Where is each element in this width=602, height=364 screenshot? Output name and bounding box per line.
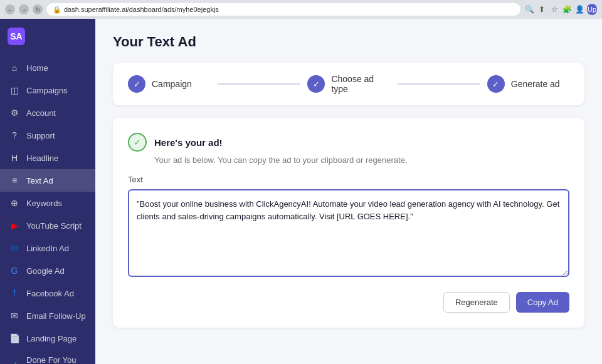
support-icon: ? bbox=[9, 130, 20, 141]
sidebar-item-google[interactable]: GGoogle Ad bbox=[0, 259, 95, 282]
google-icon: G bbox=[9, 265, 20, 276]
step-connector-2 bbox=[398, 83, 480, 85]
steps-bar: ✓ Campaign ✓ Choose ad type ✓ Generate a… bbox=[113, 63, 584, 105]
step-circle-generate: ✓ bbox=[487, 75, 505, 93]
search-icon[interactable]: 🔍 bbox=[524, 4, 534, 14]
app-container: SA ⌂Home◫Campaigns⚙Account?SupportHHeadl… bbox=[0, 19, 602, 364]
sidebar-label-landing: Landing Page bbox=[26, 334, 77, 343]
result-title: Here's your ad! bbox=[154, 137, 223, 148]
sidebar-item-home[interactable]: ⌂Home bbox=[0, 56, 95, 79]
sidebar-label-support: Support bbox=[26, 131, 55, 140]
sidebar-label-done: Done For You Niches bbox=[26, 355, 87, 364]
sidebar-item-support[interactable]: ?Support bbox=[0, 124, 95, 147]
sidebar-item-landing[interactable]: 📄Landing Page bbox=[0, 327, 95, 350]
step-label-campaign: Campaign bbox=[152, 79, 192, 89]
sidebar-item-linkedin[interactable]: inLinkedIn Ad bbox=[0, 237, 95, 259]
step-circle-campaign: ✓ bbox=[128, 75, 145, 93]
linkedin-icon: in bbox=[9, 242, 20, 254]
home-icon: ⌂ bbox=[9, 62, 20, 73]
youtube-icon: ▶ bbox=[9, 220, 20, 231]
browser-chrome: ← → ↻ 🔒 dash.superaffiliate.ai/dashboard… bbox=[0, 0, 602, 19]
step-circle-choose: ✓ bbox=[307, 75, 325, 93]
step-connector-1 bbox=[218, 83, 300, 85]
forward-button[interactable]: → bbox=[19, 4, 29, 14]
copy-ad-button[interactable]: Copy Ad bbox=[516, 292, 569, 313]
step-generate: ✓ Generate ad bbox=[487, 75, 569, 93]
sidebar-logo: SA bbox=[0, 19, 95, 54]
sidebar-item-headline[interactable]: HHeadline bbox=[0, 147, 95, 169]
url-bar[interactable]: 🔒 dash.superaffiliate.ai/dashboard/ads/m… bbox=[46, 3, 520, 16]
sidebar-item-email[interactable]: ✉Email Follow-Up bbox=[0, 304, 95, 327]
sidebar-label-campaigns: Campaigns bbox=[26, 86, 68, 95]
upgrade-button[interactable]: Up bbox=[587, 4, 597, 15]
step-label-choose: Choose ad type bbox=[331, 74, 389, 94]
logo-icon: SA bbox=[8, 28, 25, 45]
sidebar-label-youtube: YouTube Script bbox=[26, 221, 82, 231]
sidebar-item-keywords[interactable]: ⊕Keywords bbox=[0, 192, 95, 214]
sidebar-label-home: Home bbox=[26, 63, 48, 73]
facebook-icon: f bbox=[9, 288, 20, 299]
textad-icon: ≡ bbox=[9, 175, 20, 186]
field-label: Text bbox=[128, 175, 569, 184]
back-button[interactable]: ← bbox=[5, 4, 15, 14]
result-subtitle: Your ad is below. You can copy the ad to… bbox=[154, 155, 569, 165]
result-card: ✓ Here's your ad! Your ad is below. You … bbox=[113, 118, 584, 328]
result-actions: Regenerate Copy Ad bbox=[128, 292, 569, 313]
main-content: Your Text Ad ✓ Campaign ✓ Choose ad type… bbox=[95, 19, 602, 364]
account-icon[interactable]: 👤 bbox=[574, 4, 584, 14]
landing-icon: 📄 bbox=[9, 333, 20, 344]
account-icon: ⚙ bbox=[9, 107, 20, 118]
sidebar-label-headline: Headline bbox=[26, 153, 58, 163]
sidebar-item-done[interactable]: ✓Done For You Niches bbox=[0, 350, 95, 364]
browser-actions: 🔍 ⬆ ☆ 🧩 👤 Up bbox=[524, 4, 597, 15]
headline-icon: H bbox=[9, 152, 20, 164]
sidebar-label-email: Email Follow-Up bbox=[26, 311, 86, 321]
regenerate-button[interactable]: Regenerate bbox=[443, 292, 510, 313]
sidebar-label-textad: Text Ad bbox=[26, 176, 53, 185]
sidebar-label-linkedin: LinkedIn Ad bbox=[26, 244, 69, 253]
lock-icon: 🔒 bbox=[53, 6, 61, 14]
sidebar: SA ⌂Home◫Campaigns⚙Account?SupportHHeadl… bbox=[0, 19, 95, 364]
success-icon: ✓ bbox=[128, 133, 147, 152]
sidebar-item-facebook[interactable]: fFacebook Ad bbox=[0, 282, 95, 304]
url-text: dash.superaffiliate.ai/dashboard/ads/myh… bbox=[64, 6, 219, 13]
sidebar-label-google: Google Ad bbox=[26, 266, 65, 276]
text-field-container: Text bbox=[128, 175, 569, 279]
refresh-button[interactable]: ↻ bbox=[33, 4, 43, 14]
sidebar-label-account: Account bbox=[26, 108, 56, 118]
step-campaign: ✓ Campaign bbox=[128, 75, 210, 93]
campaigns-icon: ◫ bbox=[9, 85, 20, 96]
step-choose: ✓ Choose ad type bbox=[307, 74, 389, 94]
sidebar-nav: ⌂Home◫Campaigns⚙Account?SupportHHeadline… bbox=[0, 54, 95, 364]
sidebar-label-keywords: Keywords bbox=[26, 199, 62, 208]
page-title: Your Text Ad bbox=[113, 34, 584, 50]
ad-text-input[interactable] bbox=[128, 189, 569, 277]
sidebar-label-facebook: Facebook Ad bbox=[26, 289, 74, 298]
sidebar-item-youtube[interactable]: ▶YouTube Script bbox=[0, 214, 95, 237]
star-icon[interactable]: ☆ bbox=[549, 4, 559, 14]
extension-icon[interactable]: 🧩 bbox=[562, 4, 572, 14]
done-icon: ✓ bbox=[9, 359, 20, 364]
step-label-generate: Generate ad bbox=[511, 79, 560, 89]
email-icon: ✉ bbox=[9, 310, 20, 321]
result-header: ✓ Here's your ad! bbox=[128, 133, 569, 152]
upload-icon[interactable]: ⬆ bbox=[537, 4, 547, 14]
sidebar-item-campaigns[interactable]: ◫Campaigns bbox=[0, 79, 95, 101]
keywords-icon: ⊕ bbox=[9, 197, 20, 209]
sidebar-item-textad[interactable]: ≡Text Ad bbox=[0, 169, 95, 192]
sidebar-item-account[interactable]: ⚙Account bbox=[0, 101, 95, 124]
